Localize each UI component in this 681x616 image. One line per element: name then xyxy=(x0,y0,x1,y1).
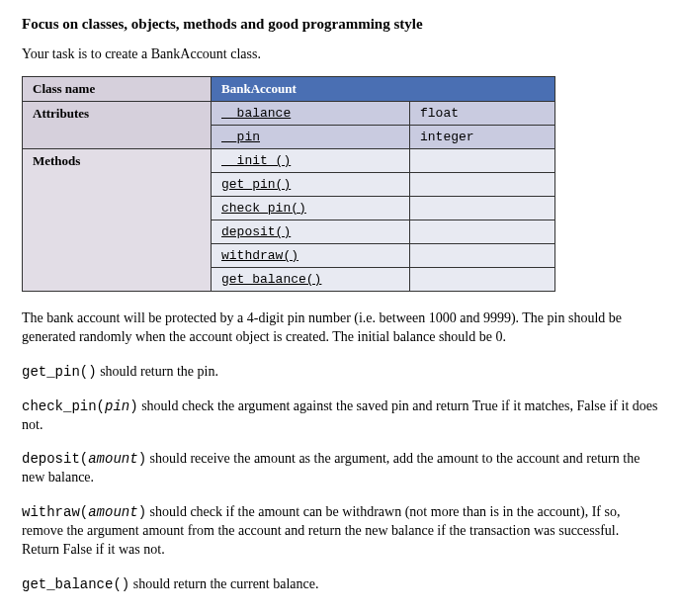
code-deposit: deposit( xyxy=(22,451,88,467)
description-withdraw: withraw(amount) should check if the amou… xyxy=(22,503,659,560)
intro-text: Your task is to create a BankAccount cla… xyxy=(22,46,659,62)
method-name: get_pin() xyxy=(212,173,410,197)
description-deposit: deposit(amount) should receive the amoun… xyxy=(22,450,659,487)
text: should return the pin. xyxy=(97,364,218,379)
code-close: ) xyxy=(138,504,146,520)
page-title: Focus on classes, objects, methods and g… xyxy=(22,16,659,33)
code-arg: pin xyxy=(105,398,129,414)
method-name: deposit() xyxy=(212,220,410,244)
description-get-balance: get_balance() should return the current … xyxy=(22,575,659,594)
attr-type: integer xyxy=(410,126,555,149)
method-empty xyxy=(410,197,555,220)
method-name: __init_() xyxy=(212,149,410,173)
code-get-pin: get_pin() xyxy=(22,364,97,380)
text: should return the current balance. xyxy=(129,576,318,591)
code-get-balance: get_balance() xyxy=(22,576,129,592)
method-empty xyxy=(410,220,555,244)
code-arg: amount xyxy=(88,451,137,467)
method-empty xyxy=(410,268,555,292)
code-close: ) xyxy=(138,451,146,467)
attr-type: float xyxy=(410,102,555,126)
code-check-pin: check_pin( xyxy=(22,398,105,414)
method-name: get_balance() xyxy=(212,268,410,292)
method-name: withdraw() xyxy=(212,244,410,268)
code-close: ) xyxy=(129,398,137,414)
method-empty xyxy=(410,173,555,197)
attr-name: __pin xyxy=(212,126,410,149)
code-arg: amount xyxy=(88,504,137,520)
description-get-pin: get_pin() should return the pin. xyxy=(22,363,659,382)
attr-name: __balance xyxy=(212,102,410,126)
attributes-label: Attributes xyxy=(23,102,212,149)
methods-label: Methods xyxy=(23,149,212,292)
class-name-label: Class name xyxy=(23,77,212,102)
method-empty xyxy=(410,244,555,268)
method-empty xyxy=(410,149,555,173)
class-name-value: BankAccount xyxy=(212,77,555,102)
description-pin: The bank account will be protected by a … xyxy=(22,309,659,347)
code-withdraw: withraw( xyxy=(22,504,88,520)
spec-table: Class name BankAccount Attributes __bala… xyxy=(22,76,555,292)
method-name: check_pin() xyxy=(212,197,410,220)
description-check-pin: check_pin(pin) should check the argument… xyxy=(22,397,659,435)
